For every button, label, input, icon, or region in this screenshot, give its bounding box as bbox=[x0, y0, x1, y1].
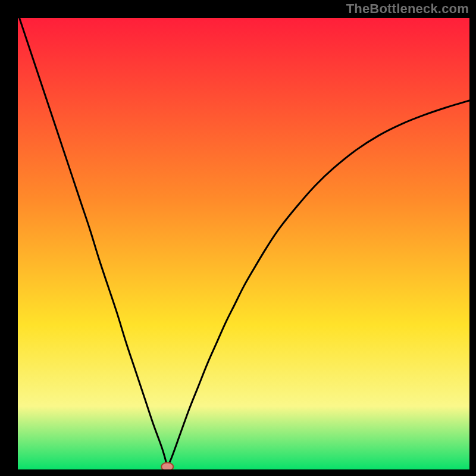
bottleneck-chart bbox=[0, 0, 476, 476]
optimum-marker bbox=[161, 462, 173, 471]
gradient-background bbox=[18, 18, 469, 469]
chart-container: TheBottleneck.com bbox=[0, 0, 476, 476]
